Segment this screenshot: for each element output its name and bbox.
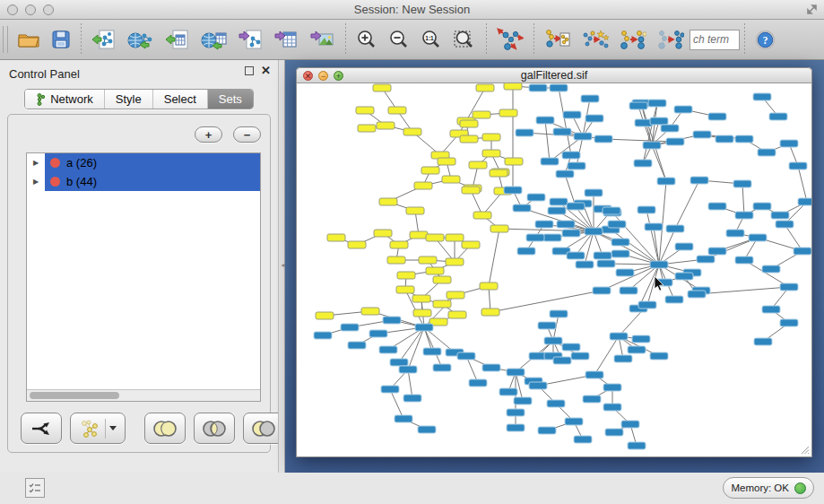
split-set-button[interactable] xyxy=(21,413,62,444)
network-graph[interactable] xyxy=(297,83,811,456)
save-session-button[interactable] xyxy=(46,22,76,56)
graph-node-blue[interactable] xyxy=(620,287,638,294)
graph-node-yellow[interactable] xyxy=(348,241,366,248)
create-set-from-network-button[interactable] xyxy=(70,413,126,444)
task-history-button[interactable] xyxy=(25,478,45,498)
graph-node-blue[interactable] xyxy=(735,256,753,264)
graph-node-blue[interactable] xyxy=(603,404,621,411)
graph-node-yellow[interactable] xyxy=(374,230,392,237)
graph-node-blue[interactable] xyxy=(557,221,575,228)
graph-node-blue[interactable] xyxy=(585,115,603,122)
graph-node-blue[interactable] xyxy=(657,178,675,185)
graph-node-blue[interactable] xyxy=(499,388,517,395)
graph-node-blue[interactable] xyxy=(563,111,581,118)
import-network-file-button[interactable] xyxy=(86,22,122,56)
tab-network[interactable]: Network xyxy=(25,90,104,109)
graph-node-blue[interactable] xyxy=(556,170,574,178)
graph-node-blue[interactable] xyxy=(643,142,661,149)
graph-node-blue[interactable] xyxy=(771,212,789,219)
close-panel-icon[interactable]: ✕ xyxy=(261,66,271,75)
resize-grip-icon[interactable] xyxy=(800,445,810,455)
horizontal-scrollbar[interactable] xyxy=(27,389,260,401)
graph-node-blue[interactable] xyxy=(517,248,535,255)
graph-node-blue[interactable] xyxy=(415,324,433,331)
graph-node-yellow[interactable] xyxy=(412,295,430,302)
graph-node-blue[interactable] xyxy=(516,129,533,136)
graph-node-yellow[interactable] xyxy=(460,135,478,143)
graph-node-yellow[interactable] xyxy=(387,256,405,264)
graph-node-blue[interactable] xyxy=(504,187,522,194)
graph-node-blue[interactable] xyxy=(562,230,580,237)
import-table-web-button[interactable] xyxy=(195,22,233,56)
graph-node-blue[interactable] xyxy=(650,117,668,125)
graph-node-blue[interactable] xyxy=(638,206,655,213)
scrollbar-thumb[interactable] xyxy=(30,392,119,399)
graph-node-yellow[interactable] xyxy=(462,187,480,194)
graph-node-yellow[interactable] xyxy=(396,286,414,293)
graph-node-yellow[interactable] xyxy=(442,176,460,183)
graph-node-blue[interactable] xyxy=(581,95,599,102)
graph-node-blue[interactable] xyxy=(469,379,487,387)
graph-node-blue[interactable] xyxy=(567,203,585,210)
graph-node-blue[interactable] xyxy=(381,386,399,393)
graph-node-blue[interactable] xyxy=(547,400,565,407)
graph-node-blue[interactable] xyxy=(690,177,708,184)
graph-node-blue[interactable] xyxy=(550,84,568,91)
graph-node-blue[interactable] xyxy=(576,261,594,268)
tab-style[interactable]: Style xyxy=(104,90,152,109)
graph-node-blue[interactable] xyxy=(735,212,753,219)
graph-node-yellow[interactable] xyxy=(504,83,522,90)
graph-node-yellow[interactable] xyxy=(379,198,397,205)
graph-node-blue[interactable] xyxy=(583,395,601,403)
graph-node-blue[interactable] xyxy=(593,287,611,294)
graph-node-blue[interactable] xyxy=(693,131,711,138)
graph-node-blue[interactable] xyxy=(780,140,798,147)
graph-node-blue[interactable] xyxy=(565,418,583,425)
graph-node-blue[interactable] xyxy=(550,198,568,205)
graph-node-blue[interactable] xyxy=(762,306,780,313)
graph-node-blue[interactable] xyxy=(529,382,547,389)
graph-node-blue[interactable] xyxy=(594,135,612,143)
graph-node-yellow[interactable] xyxy=(413,309,431,317)
graph-node-blue[interactable] xyxy=(675,273,693,280)
list-item-set-a[interactable]: ▶ a (26) xyxy=(27,153,260,172)
graph-node-blue[interactable] xyxy=(708,113,726,120)
graph-node-yellow[interactable] xyxy=(473,212,491,219)
graph-node-blue[interactable] xyxy=(553,357,571,364)
open-session-button[interactable] xyxy=(12,22,46,56)
zoom-fit-selected-button[interactable] xyxy=(447,22,481,56)
graph-node-blue[interactable] xyxy=(611,250,629,257)
graph-node-yellow[interactable] xyxy=(433,276,451,283)
graph-node-blue[interactable] xyxy=(597,260,615,267)
graph-node-blue[interactable] xyxy=(562,343,580,351)
graph-node-blue[interactable] xyxy=(628,442,646,449)
graph-node-yellow[interactable] xyxy=(490,169,507,177)
graph-node-blue[interactable] xyxy=(616,269,634,276)
tab-select[interactable]: Select xyxy=(152,90,207,109)
graph-node-blue[interactable] xyxy=(645,223,663,230)
graph-node-blue[interactable] xyxy=(574,436,592,443)
graph-node-blue[interactable] xyxy=(395,415,412,422)
graph-node-blue[interactable] xyxy=(708,203,726,210)
graph-node-yellow[interactable] xyxy=(433,300,451,308)
export-network-button[interactable] xyxy=(233,22,269,56)
graph-node-blue[interactable] xyxy=(379,346,397,353)
graph-node-blue[interactable] xyxy=(776,221,794,228)
graph-node-yellow[interactable] xyxy=(462,241,480,248)
graph-node-blue[interactable] xyxy=(568,162,585,169)
graph-node-blue[interactable] xyxy=(541,158,559,165)
graph-node-blue[interactable] xyxy=(513,204,531,212)
graph-node-blue[interactable] xyxy=(674,106,692,113)
graph-node-blue[interactable] xyxy=(688,291,706,298)
graph-node-blue[interactable] xyxy=(507,369,525,376)
graph-node-yellow[interactable] xyxy=(505,158,523,165)
tab-sets[interactable]: Sets xyxy=(207,90,253,109)
graph-node-blue[interactable] xyxy=(535,221,553,228)
graph-node-yellow[interactable] xyxy=(419,256,437,264)
graph-node-blue[interactable] xyxy=(661,125,679,132)
graph-node-blue[interactable] xyxy=(423,348,441,355)
graph-node-blue[interactable] xyxy=(638,301,656,308)
import-table-file-button[interactable] xyxy=(160,22,195,56)
graph-node-blue[interactable] xyxy=(314,332,332,339)
graph-node-blue[interactable] xyxy=(733,180,751,187)
